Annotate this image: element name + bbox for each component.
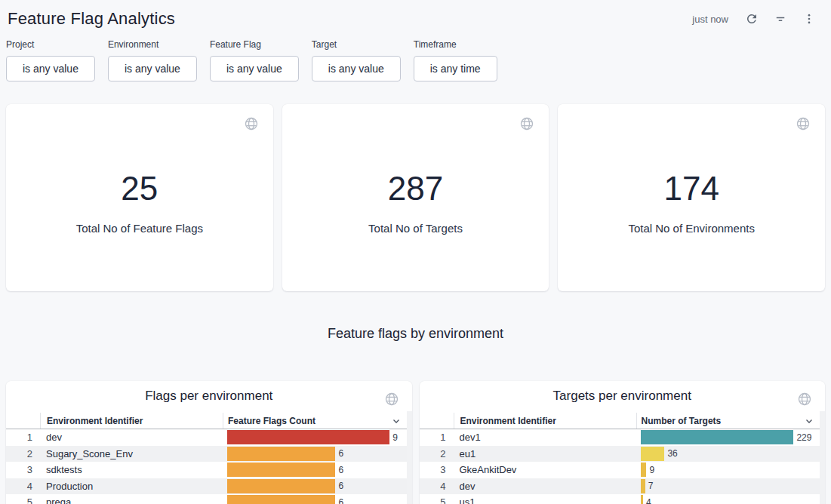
- row-bar-cell: 9: [223, 429, 412, 446]
- globe-icon[interactable]: [380, 388, 403, 410]
- row-environment: eu1: [454, 446, 636, 463]
- row-value: 4: [646, 497, 651, 504]
- table-row: 3 GkeAnkitDev 9: [420, 462, 826, 478]
- chevron-down-icon[interactable]: [391, 416, 402, 426]
- filter-value-environment[interactable]: is any value: [108, 56, 197, 81]
- row-bar-cell: 6: [223, 478, 412, 495]
- row-environment: sdktests: [40, 462, 223, 478]
- filter-value-timeframe[interactable]: is any time: [414, 56, 497, 81]
- filter-value-project[interactable]: is any value: [6, 56, 95, 81]
- row-value: 6: [338, 448, 343, 459]
- stat-value: 174: [663, 172, 719, 205]
- filter-label: Feature Flag: [210, 39, 299, 51]
- filter-group-project: Project is any value: [6, 39, 95, 81]
- row-bar: [641, 430, 794, 444]
- table-row: 5 us1 4: [420, 494, 826, 504]
- more-options-button[interactable]: [798, 8, 820, 30]
- stat-label: Total No of Environments: [628, 222, 755, 235]
- row-value: 9: [649, 465, 654, 475]
- row-bar: [641, 479, 645, 493]
- row-bar-cell: 6: [223, 494, 412, 504]
- globe-icon[interactable]: [240, 112, 263, 135]
- filter-value-feature-flag[interactable]: is any value: [210, 56, 299, 81]
- row-bar: [227, 463, 335, 477]
- table-card-targets-per-environment: Targets per environment Environment Iden…: [420, 381, 826, 504]
- stat-label: Total No of Targets: [368, 222, 463, 235]
- page-header: Feature Flag Analytics just now: [0, 0, 831, 35]
- refresh-icon: [745, 12, 759, 26]
- row-index: 2: [420, 446, 454, 463]
- table-header-row: Environment Identifier Number of Targets: [420, 413, 826, 429]
- globe-icon[interactable]: [792, 112, 814, 135]
- col-value-header-cell: Feature Flags Count: [223, 413, 412, 429]
- row-value: 36: [667, 448, 677, 459]
- row-value: 7: [648, 481, 654, 491]
- row-bar: [227, 479, 335, 493]
- stat-cards-row: 25 Total No of Feature Flags 287 Total N…: [0, 104, 831, 291]
- row-value: 6: [338, 465, 343, 475]
- col-env-header: Environment Identifier: [460, 416, 556, 426]
- table-row: 1 dev 9: [6, 429, 412, 446]
- row-bar-cell: 6: [223, 462, 412, 478]
- globe-icon[interactable]: [516, 112, 538, 135]
- row-bar: [227, 430, 389, 444]
- refresh-button[interactable]: [740, 8, 763, 30]
- row-bar: [641, 463, 647, 477]
- row-environment: dev1: [454, 429, 636, 446]
- row-environment: GkeAnkitDev: [454, 462, 636, 478]
- row-bar-cell: 6: [223, 446, 412, 463]
- dashboard-filters-button[interactable]: [769, 8, 792, 30]
- filter-group-timeframe: Timeframe is any time: [414, 39, 497, 81]
- table-row: 4 dev 7: [420, 478, 826, 495]
- row-index: 1: [420, 429, 454, 446]
- stat-value: 25: [121, 172, 158, 205]
- row-value: 9: [392, 432, 398, 443]
- stat-card-targets: 287 Total No of Targets: [282, 104, 549, 291]
- row-bar-cell: 7: [636, 478, 826, 495]
- col-value-header-cell: Number of Targets: [636, 413, 826, 429]
- row-bar: [641, 447, 665, 461]
- row-bar-cell: 4: [636, 494, 826, 504]
- row-index: 4: [420, 478, 454, 495]
- row-number-column-header: [6, 413, 40, 429]
- row-index: 4: [6, 478, 40, 495]
- globe-icon[interactable]: [793, 388, 816, 410]
- table-title: Flags per environment: [6, 389, 412, 404]
- table-header-row: Environment Identifier Feature Flags Cou…: [6, 413, 412, 429]
- table-scrollbar[interactable]: [820, 411, 825, 504]
- stat-card-feature-flags: 25 Total No of Feature Flags: [6, 104, 273, 291]
- row-bar-cell: 229: [636, 429, 826, 446]
- filter-value-target[interactable]: is any value: [312, 56, 401, 81]
- filter-label: Timeframe: [414, 39, 497, 51]
- page-title: Feature Flag Analytics: [8, 9, 175, 29]
- filter-group-target: Target is any value: [312, 39, 401, 81]
- table-body: 1 dev 9 2 Sugary_Scone_Env 6 3 sdktests: [6, 429, 412, 504]
- table-row: 3 sdktests 6: [6, 462, 412, 478]
- col-value-header: Number of Targets: [642, 416, 722, 426]
- stat-value: 287: [388, 172, 443, 205]
- row-environment: dev: [40, 429, 223, 446]
- row-index: 3: [6, 462, 40, 478]
- col-env-header-cell: Environment Identifier: [40, 413, 223, 429]
- kebab-menu-icon: [802, 12, 816, 26]
- row-index: 3: [420, 462, 454, 478]
- row-environment: dev: [454, 478, 636, 495]
- row-environment: us1: [454, 494, 636, 504]
- row-value: 6: [338, 481, 343, 491]
- col-env-header: Environment Identifier: [47, 416, 143, 426]
- stat-card-environments: 174 Total No of Environments: [558, 104, 825, 291]
- row-bar: [227, 447, 335, 461]
- row-index: 2: [6, 446, 40, 463]
- filter-label: Environment: [108, 39, 197, 51]
- row-value: 6: [338, 497, 343, 504]
- col-env-header-cell: Environment Identifier: [454, 413, 636, 429]
- row-bar-cell: 36: [636, 446, 826, 463]
- last-updated-label: just now: [692, 14, 728, 25]
- row-value: 229: [796, 432, 811, 443]
- filter-bar: Project is any value Environment is any …: [0, 35, 831, 104]
- chevron-down-icon[interactable]: [804, 416, 814, 426]
- filter-group-feature-flag: Feature Flag is any value: [210, 39, 299, 81]
- row-index: 1: [6, 429, 40, 446]
- table-scrollbar[interactable]: [407, 411, 412, 504]
- row-environment: Sugary_Scone_Env: [40, 446, 223, 463]
